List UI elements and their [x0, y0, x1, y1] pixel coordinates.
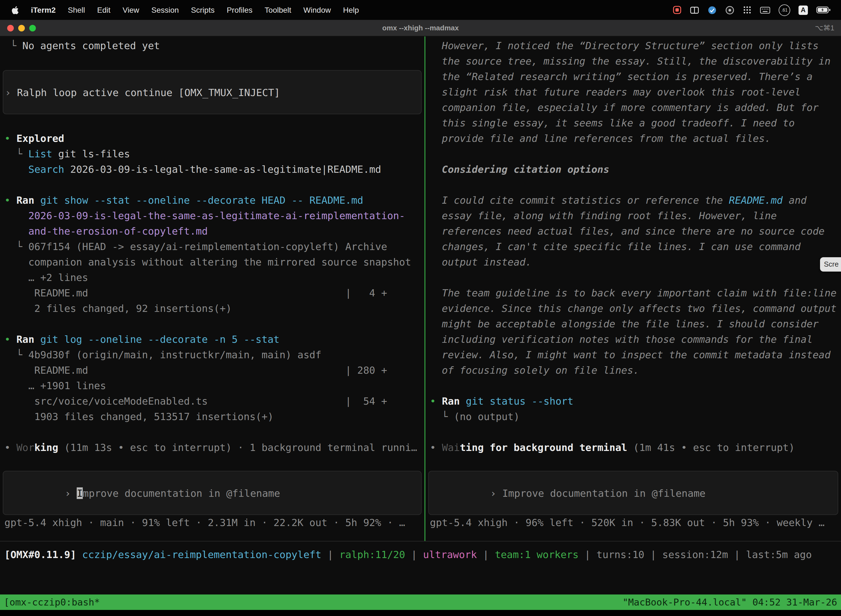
close-window-button[interactable]: [7, 25, 14, 31]
terminal-text-segment: |: [728, 549, 746, 560]
zoom-window-button[interactable]: [29, 25, 36, 31]
window-manager-icon[interactable]: [690, 5, 699, 15]
terminal-line-content: • Ran git log --oneline --decorate -n 5 …: [4, 333, 280, 345]
terminal-text-segment: git show --stat --oneline --decorate HEA…: [34, 194, 363, 206]
terminal-line: companion analysis without altering the …: [0, 254, 424, 270]
screen-sharing-pill[interactable]: Scre: [820, 257, 841, 271]
terminal-line: including verification notes with those …: [425, 332, 841, 347]
terminal-line: this single essay, it seems like a good …: [425, 115, 841, 131]
battery-icon[interactable]: [816, 6, 831, 14]
menu-item-profiles[interactable]: Profiles: [221, 6, 259, 14]
terminal-text-segment: companion analysis without altering the …: [4, 256, 411, 268]
terminal-text-segment: However, I noticed the “Directory Struct…: [430, 40, 819, 51]
terminal-text-segment: Ran: [442, 395, 460, 407]
terminal-text-segment: turns:10: [596, 549, 644, 560]
screen-recording-indicator-icon[interactable]: [673, 6, 681, 14]
terminal-text-segment: Wor: [16, 441, 34, 453]
terminal-line: └ (no output): [425, 409, 841, 424]
prompt-chevron: ›: [490, 487, 502, 499]
window-title-bar[interactable]: omx --xhigh --madmax ⌥⌘1: [0, 20, 841, 37]
terminal-text-segment: |: [579, 549, 596, 560]
terminal-text-segment: README.md | 4 +: [4, 287, 387, 299]
left-terminal-pane[interactable]: └ No agents completed yet› Ralph loop ac…: [0, 37, 424, 541]
terminal-line-content: output instead.: [430, 256, 532, 268]
terminal-line: [0, 316, 424, 332]
keyboard-status-icon[interactable]: [760, 6, 771, 14]
tmux-host-clock-label: "MacBook-Pro-44.local" 04:52 31-Mar-26: [623, 597, 837, 608]
terminal-line: • Ran git status --short: [425, 393, 841, 409]
terminal-line: 1903 files changed, 513517 insertions(+): [0, 409, 424, 424]
terminal-line: src/voice/voiceModeEnabled.ts | 54 +: [0, 393, 424, 409]
terminal-text-segment: 2026-03-09-is-legal-the-same-as-legitima…: [4, 210, 405, 221]
menu-item-toolbelt[interactable]: Toolbelt: [259, 6, 297, 14]
terminal-text-segment: ting for background terminal: [460, 441, 627, 453]
terminal-line-content: 2026-03-09-is-legal-the-same-as-legitima…: [4, 210, 405, 221]
terminal-text-segment: 2026-03-09-is-legal-the-same-as-legitima…: [64, 163, 381, 175]
terminal-callout-box: › Ralph loop active continue [OMX_TMUX_I…: [3, 70, 422, 114]
app-status-icon-blue[interactable]: [708, 5, 717, 15]
terminal-text-segment: provide file and line references from th…: [430, 132, 771, 144]
terminal-line: README.md | 4 +: [0, 285, 424, 301]
app-grid-icon[interactable]: [743, 6, 752, 14]
omx-session-status-bar: [OMX#0.11.9] cczip/essay/ai-reimplementa…: [0, 541, 841, 568]
menu-item-session[interactable]: Session: [145, 6, 185, 14]
terminal-text-segment: git ls-files: [52, 148, 130, 160]
terminal-line-content: Considering citation options: [430, 163, 609, 175]
right-pane-status-line: gpt-5.4 xhigh · 96% left · 520K in · 5.8…: [425, 515, 841, 531]
apple-logo-icon: [11, 6, 19, 14]
right-terminal-pane[interactable]: However, I noticed the “Directory Struct…: [425, 37, 841, 541]
tmux-panes: └ No agents completed yet› Ralph loop ac…: [0, 37, 841, 541]
terminal-line: [0, 424, 424, 440]
terminal-line: 2 files changed, 92 insertions(+): [0, 301, 424, 316]
menu-item-edit[interactable]: Edit: [91, 6, 116, 14]
right-prompt-input[interactable]: › Improve documentation in @filename: [428, 471, 838, 515]
terminal-text-segment: No agents completed yet: [22, 40, 160, 51]
text-cursor: I: [77, 487, 83, 499]
terminal-text-segment: README.md: [729, 194, 783, 206]
terminal-line: [0, 177, 424, 193]
menu-item-scripts[interactable]: Scripts: [185, 6, 221, 14]
terminal-line-content: └ List git ls-files: [4, 148, 130, 160]
terminal-line-content: including verification notes with those …: [430, 333, 813, 345]
menu-item-help[interactable]: Help: [337, 6, 365, 14]
terminal-line-content: • Waiting for background terminal (1m 41…: [430, 441, 795, 453]
menu-item-window[interactable]: Window: [297, 6, 337, 14]
terminal-line-content: this single essay, it seems like a good …: [430, 117, 795, 129]
terminal-text-segment: session:12m: [662, 549, 728, 560]
terminal-line: of focusing solely on file lines.: [425, 363, 841, 378]
terminal-line-content: • Working (11m 13s • esc to interrupt) ·…: [4, 441, 417, 453]
terminal-line: review. Also, I might want to inspect th…: [425, 347, 841, 363]
terminal-text-segment: •: [4, 441, 16, 453]
terminal-text-segment: |: [321, 549, 339, 560]
terminal-text-segment: Ralph loop active continue [OMX_TMUX_INJ…: [17, 87, 280, 98]
terminal-text-segment: references need actual files, and since …: [430, 225, 825, 237]
apple-menu[interactable]: [7, 6, 25, 14]
menu-item-view[interactable]: View: [116, 6, 145, 14]
terminal-line-content: and-the-erosion-of-copyleft.md: [4, 225, 208, 237]
left-prompt-input[interactable]: › Improve documentation in @filename: [3, 471, 422, 515]
terminal-line-content: However, I noticed the “Directory Struct…: [430, 40, 819, 51]
input-source-icon[interactable]: A: [799, 5, 808, 15]
terminal-text-segment: this single essay, it seems like a good …: [430, 117, 795, 129]
terminal-line-content: the source tree, missing the essay. Stil…: [430, 55, 831, 67]
terminal-line: • Waiting for background terminal (1m 41…: [425, 440, 841, 455]
terminal-line: Considering citation options: [425, 162, 841, 177]
terminal-line-content: of focusing solely on file lines.: [430, 364, 639, 376]
battery-gauge-icon[interactable]: .61: [779, 4, 790, 16]
terminal-line: • Explored: [0, 131, 424, 146]
minimize-window-button[interactable]: [18, 25, 25, 31]
terminal-text-segment: git status --short: [460, 395, 573, 407]
terminal-line-content: provide file and line references from th…: [430, 132, 771, 144]
terminal-line: [0, 54, 424, 69]
terminal-line: companion file, especially if more comme…: [425, 100, 841, 115]
terminal-text-segment: └ (no output): [430, 411, 520, 422]
menu-item-iterm2[interactable]: iTerm2: [25, 6, 62, 14]
terminal-line: … +1901 lines: [0, 378, 424, 393]
terminal-text-segment: README.md | 280 +: [4, 364, 387, 376]
menu-item-shell[interactable]: Shell: [62, 6, 91, 14]
terminal-text-segment: └ 4b9d30f (origin/main, instructkr/main,…: [4, 349, 321, 361]
app-status-icon-dark[interactable]: [725, 5, 734, 15]
terminal-text-segment: might be acceptable alongside the file l…: [430, 318, 819, 330]
terminal-text-segment: 1903 files changed, 513517 insertions(+): [4, 411, 273, 422]
terminal-text-segment: and: [783, 194, 807, 206]
